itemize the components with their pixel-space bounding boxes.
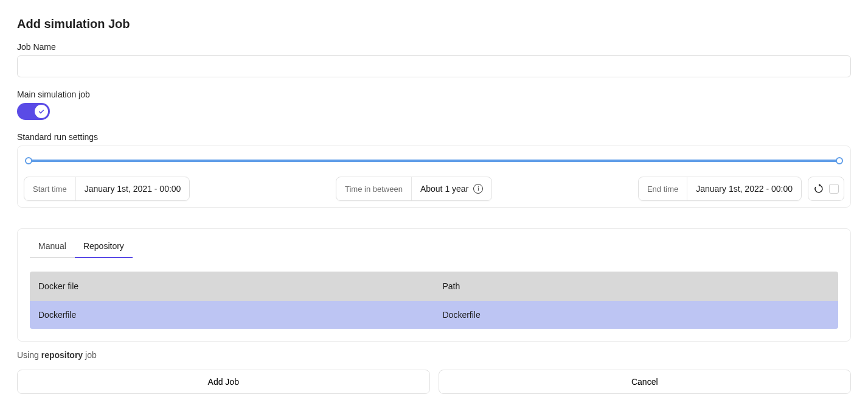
end-time-tag: End time — [639, 177, 687, 200]
start-time-tag: Start time — [24, 177, 76, 200]
time-between-value: About 1 year — [420, 184, 468, 194]
tab-repository[interactable]: Repository — [75, 241, 133, 258]
repeat-control[interactable] — [808, 177, 844, 201]
toggle-knob — [35, 105, 48, 118]
job-name-input[interactable] — [17, 55, 851, 77]
tab-manual[interactable]: Manual — [30, 241, 75, 258]
cancel-button[interactable]: Cancel — [439, 370, 852, 394]
table-row[interactable]: Dockerfile Dockerfile — [30, 301, 838, 329]
main-simulation-label: Main simulation job — [17, 90, 851, 99]
run-settings-label: Standard run settings — [17, 132, 851, 142]
source-tabs-box: Manual Repository Docker file Path Docke… — [17, 228, 851, 342]
time-range-slider[interactable] — [29, 160, 839, 162]
slider-handle-start[interactable] — [25, 157, 32, 164]
job-name-label: Job Name — [17, 42, 851, 52]
start-time-field[interactable]: Start time January 1st, 2021 - 00:00 — [24, 177, 190, 201]
add-job-button[interactable]: Add Job — [17, 370, 430, 394]
end-time-value: January 1st, 2022 - 00:00 — [687, 177, 801, 200]
page-title: Add simulation Job — [17, 17, 851, 31]
repeat-checkbox[interactable] — [829, 184, 839, 194]
docker-table: Docker file Path Dockerfile Dockerfile — [30, 272, 838, 329]
end-time-field[interactable]: End time January 1st, 2022 - 00:00 — [638, 177, 802, 201]
run-settings-box: Start time January 1st, 2021 - 00:00 Tim… — [17, 146, 851, 208]
cell-docker-file: Dockerfile — [30, 310, 434, 320]
time-between-field[interactable]: Time in between About 1 year i — [336, 177, 492, 201]
check-icon — [38, 108, 45, 115]
cell-path: Dockerfile — [434, 310, 839, 320]
start-time-value: January 1st, 2021 - 00:00 — [76, 177, 190, 200]
header-docker-file: Docker file — [30, 281, 434, 291]
slider-handle-end[interactable] — [836, 157, 843, 164]
repeat-icon — [813, 183, 824, 194]
header-path: Path — [434, 281, 839, 291]
main-simulation-toggle[interactable] — [17, 103, 50, 120]
time-between-tag: Time in between — [336, 177, 412, 200]
footnote: Using repository job — [17, 350, 851, 360]
info-icon[interactable]: i — [473, 184, 483, 194]
